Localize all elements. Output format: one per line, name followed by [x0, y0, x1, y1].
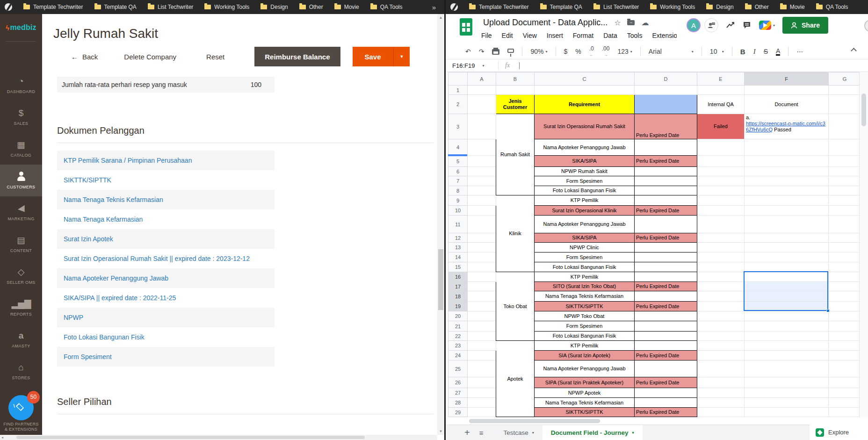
cell-A24[interactable]: [468, 351, 496, 361]
cell-G1[interactable]: [829, 86, 860, 95]
group-cell-klinik[interactable]: Klinik: [496, 195, 535, 272]
cell-G14[interactable]: [829, 252, 860, 262]
cell-C29[interactable]: SIKTTK/SIPTTK: [535, 408, 635, 417]
sidebar-item-customers[interactable]: CUSTOMERS: [0, 165, 42, 196]
sidebar-item-reports[interactable]: ▂▅▇REPORTS: [0, 292, 42, 324]
document-link[interactable]: NPWP: [57, 308, 275, 327]
bold-button[interactable]: B: [740, 48, 745, 56]
bookmark-design[interactable]: Design: [702, 0, 738, 14]
bookmark-working-tools[interactable]: Working Tools: [645, 0, 700, 14]
reset-button[interactable]: Reset: [206, 53, 224, 61]
menu-file[interactable]: File: [481, 32, 492, 39]
cell-F29[interactable]: [745, 408, 829, 417]
cell-D19[interactable]: Perlu Expired Date: [635, 302, 697, 311]
cell-E7[interactable]: [697, 176, 745, 186]
cell-F24[interactable]: [745, 351, 829, 361]
document-link[interactable]: SIKA/SIPA || expired date : 2022-11-25: [57, 288, 275, 308]
cell-D23[interactable]: [635, 341, 697, 351]
sheet-vertical-scroll-thumb[interactable]: [861, 94, 866, 126]
cell-C16[interactable]: KTP Pemilik: [535, 272, 635, 282]
cell-A29[interactable]: [468, 408, 496, 417]
row-header-19[interactable]: 19: [448, 302, 468, 311]
cell-E1[interactable]: [697, 86, 745, 95]
more-toolbar-button[interactable]: ⋯: [796, 48, 803, 55]
cell-F4[interactable]: [745, 139, 829, 156]
cell-G25[interactable]: [829, 361, 860, 377]
cell-E4[interactable]: [697, 139, 745, 156]
cell-A11[interactable]: [468, 216, 496, 233]
cell-C5[interactable]: SIKA/SIPA: [535, 156, 635, 167]
cell-F20[interactable]: [745, 311, 829, 321]
cell-C7[interactable]: Form Spesimen: [535, 176, 635, 186]
column-header-F[interactable]: F: [745, 72, 829, 86]
cell-G5[interactable]: [829, 156, 860, 167]
cell-G28[interactable]: [829, 398, 860, 408]
bookmark-list-techwriter[interactable]: List Techwriter: [589, 0, 644, 14]
sidebar-item-sales[interactable]: $SALES: [0, 101, 42, 133]
cell-E18[interactable]: [697, 291, 745, 302]
cell-A5[interactable]: [468, 156, 496, 167]
cell-A27[interactable]: [468, 388, 496, 398]
cell-A12[interactable]: [468, 233, 496, 243]
cell-D8[interactable]: [635, 186, 697, 195]
cell-A15[interactable]: [468, 262, 496, 272]
bookmark-other[interactable]: Other: [740, 0, 774, 14]
menu-data[interactable]: Data: [603, 32, 617, 39]
document-link[interactable]: Surat Izin Operasional Rumah Sakit || ex…: [57, 249, 275, 268]
group-cell-apotek[interactable]: Apotek: [496, 341, 535, 417]
row-header-18[interactable]: 18: [448, 291, 468, 302]
cell-G23[interactable]: [829, 341, 860, 351]
cell-D14[interactable]: [635, 252, 697, 262]
cell-A20[interactable]: [468, 311, 496, 321]
cell-D2[interactable]: [635, 95, 697, 114]
cell-G6[interactable]: [829, 167, 860, 176]
cell-G26[interactable]: [829, 377, 860, 388]
cell-C14[interactable]: Form Spesimen: [535, 252, 635, 262]
cell-E5[interactable]: [697, 156, 745, 167]
cell-A2[interactable]: [468, 95, 496, 114]
cell-E10[interactable]: [697, 206, 745, 216]
cell-D21[interactable]: [635, 321, 697, 332]
cell-E24[interactable]: [697, 351, 745, 361]
cell-C22[interactable]: Foto Lokasi Bangunan Fisik: [535, 332, 635, 341]
cell-D1[interactable]: [635, 86, 697, 95]
cell-A13[interactable]: [468, 243, 496, 252]
document-link[interactable]: Nama Tenaga Kefarmasian: [57, 209, 275, 229]
bookmark-template-techwriter[interactable]: Template Techwriter: [19, 0, 88, 14]
cell-E8[interactable]: [697, 186, 745, 195]
sheet-vertical-scrollbar[interactable]: [859, 72, 868, 418]
cell-D13[interactable]: [635, 243, 697, 252]
column-header-C[interactable]: C: [535, 72, 635, 86]
cell-A16[interactable]: [468, 272, 496, 282]
row-header-7[interactable]: 7: [448, 176, 468, 186]
cell-G18[interactable]: [829, 291, 860, 302]
sidebar-item-marketing[interactable]: ◀MARKETING: [0, 196, 42, 228]
column-header-E[interactable]: E: [697, 72, 745, 86]
menu-edit[interactable]: Edit: [502, 32, 513, 39]
cell-B2[interactable]: Jenis Customer: [496, 95, 535, 114]
cell-G8[interactable]: [829, 186, 860, 195]
sidebar-item-stores[interactable]: ⌂STORES: [0, 355, 42, 387]
format-percent-button[interactable]: %: [575, 48, 581, 55]
cell-E9[interactable]: [697, 195, 745, 206]
cell-F14[interactable]: [745, 252, 829, 262]
row-header-26[interactable]: 26: [448, 377, 468, 388]
cell-D11[interactable]: [635, 216, 697, 233]
cell-F25[interactable]: [745, 361, 829, 377]
cell-D18[interactable]: [635, 291, 697, 302]
cell-C4[interactable]: Nama Apoteker Penanggung Jawab: [535, 139, 635, 156]
name-box[interactable]: F16:F19 ▾: [446, 62, 498, 69]
paint-format-icon[interactable]: [507, 49, 514, 53]
cell-E28[interactable]: [697, 398, 745, 408]
cell-F23[interactable]: [745, 341, 829, 351]
row-header-3[interactable]: 3: [448, 114, 468, 139]
row-header-10[interactable]: 10: [448, 206, 468, 216]
cell-F2[interactable]: Document: [745, 95, 829, 114]
all-sheets-button[interactable]: ≡: [479, 429, 483, 437]
document-link[interactable]: SIKTTK/SIPTTK: [57, 170, 275, 190]
row-header-25[interactable]: 25: [448, 361, 468, 377]
cell-F5[interactable]: [745, 156, 829, 167]
bookmark-other[interactable]: Other: [295, 0, 328, 14]
cell-C15[interactable]: Foto Lokasi Bangunan Fisik: [535, 262, 635, 272]
cell-D29[interactable]: Perlu Expired Date: [635, 408, 697, 417]
